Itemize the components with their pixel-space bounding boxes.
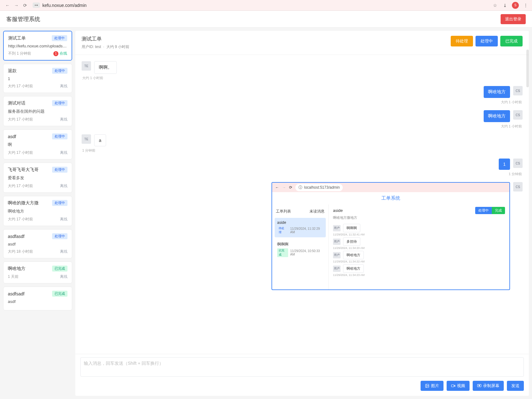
ticket-status-badge: 处理中 bbox=[52, 167, 67, 173]
message-bubble: 啊啊。 bbox=[94, 61, 117, 74]
ticket-title: 测试工单 bbox=[82, 36, 129, 42]
ticket-preview: 爱看多发 bbox=[8, 175, 67, 181]
image-icon bbox=[425, 384, 429, 388]
message-time: 大约 1 小时前 bbox=[82, 76, 523, 80]
embedded-message: 用户多担待 11/29/2024, 11:34:20 AM bbox=[333, 237, 505, 250]
message-input[interactable] bbox=[80, 357, 524, 377]
status-processing-button[interactable]: 处理中 bbox=[476, 36, 498, 46]
svg-point-1 bbox=[426, 385, 427, 386]
ticket-time: 大约 17 小时前 bbox=[8, 150, 33, 155]
ticket-card-title: 飞哥飞哥大飞哥 bbox=[8, 167, 39, 173]
ticket-card-title: 啊啥地方 bbox=[8, 266, 25, 272]
message-row: 啊啥地方CS bbox=[82, 86, 523, 98]
attach-video-button[interactable]: 视频 bbox=[447, 381, 470, 391]
ticket-status-badge: 已完成 bbox=[52, 266, 67, 272]
message-avatar: CS bbox=[513, 110, 523, 120]
reload-button[interactable]: ⟳ bbox=[21, 1, 30, 10]
message-avatar: CS bbox=[513, 182, 523, 191]
embedded-back-icon: ← bbox=[275, 185, 279, 190]
ticket-preview: 啊啥地方 bbox=[8, 208, 67, 214]
status-pending-button[interactable]: 待处理 bbox=[451, 36, 473, 46]
ticket-card-title: asdf bbox=[8, 134, 16, 139]
embedded-reload-icon: ⟳ bbox=[289, 185, 292, 190]
ticket-time: 1 天前 bbox=[8, 274, 19, 279]
ticket-status-badge: 处理中 bbox=[52, 35, 67, 41]
embedded-message: 用户啊啥地方 11/29/2024, 11:34:22 AM bbox=[333, 251, 505, 263]
presence-indicator: 离线 bbox=[60, 274, 67, 279]
ticket-preview: 服务器在国外的问题 bbox=[8, 109, 67, 114]
ticket-meta: 用户ID: test · 大约 9 小时前 bbox=[82, 44, 129, 50]
ticket-card[interactable]: asdf 处理中 啊 大约 17 小时前 离线 bbox=[3, 129, 72, 159]
ticket-status-badge: 处理中 bbox=[52, 100, 67, 106]
embedded-info-icon: ⓘ bbox=[298, 185, 302, 190]
ticket-status-badge: 已完成 bbox=[52, 291, 67, 297]
embedded-done-button: 完成 bbox=[492, 207, 505, 214]
ticket-preview: 啊 bbox=[8, 142, 67, 148]
app-header: 客服管理系统 退出登录 bbox=[0, 11, 532, 28]
ticket-preview: http://kefu.noxue.com/uploads/173... bbox=[8, 44, 67, 48]
bookmark-star-icon[interactable]: ☆ bbox=[492, 2, 498, 8]
message-bubble: 啊啥地方 bbox=[484, 86, 510, 98]
presence-indicator: 在线 bbox=[60, 51, 67, 56]
ticket-card[interactable]: 飞哥飞哥大飞哥 处理中 爱看多发 大约 17 小时前 离线 bbox=[3, 163, 72, 193]
svg-point-4 bbox=[479, 385, 480, 386]
ticket-card-title: 啊啥的撒大方撒 bbox=[8, 200, 39, 206]
site-info-icon[interactable]: ⊶ bbox=[33, 3, 40, 8]
unread-badge: 1 bbox=[53, 51, 58, 56]
embedded-system-title: 工单系统 bbox=[272, 192, 509, 204]
message-row: 啊啥地方CS bbox=[82, 110, 523, 122]
ticket-card[interactable]: asdfsadf 已完成 asdf bbox=[3, 287, 72, 310]
ticket-card-title: 测试对话 bbox=[8, 100, 25, 106]
message-bubble: 1 bbox=[499, 159, 510, 170]
browser-menu-icon[interactable]: ⋮ bbox=[523, 2, 529, 8]
embedded-processing-button: 处理中 bbox=[475, 207, 492, 214]
back-button[interactable]: ← bbox=[3, 1, 12, 10]
presence-indicator: 离线 bbox=[60, 184, 67, 188]
message-time: 1 分钟前 bbox=[82, 148, 523, 153]
ticket-time: 大约 18 小时前 bbox=[8, 249, 33, 254]
message-list: TE啊啊。大约 1 小时前啊啥地方CS大约 1 小时前啊啥地方CS大约 1 小时… bbox=[75, 55, 529, 354]
message-row: 1CS bbox=[82, 159, 523, 170]
ticket-time: 大约 17 小时前 bbox=[8, 183, 33, 189]
address-bar[interactable]: kefu.noxue.com/admin bbox=[42, 3, 87, 8]
message-row: TEa bbox=[82, 134, 523, 146]
embedded-message: 用户啊啊啊 11/29/2024, 11:32:41 AM bbox=[333, 224, 505, 236]
embedded-url: localhost:5173/admin bbox=[304, 185, 340, 190]
ticket-card[interactable]: 测试工单 处理中 http://kefu.noxue.com/uploads/1… bbox=[3, 31, 72, 61]
record-screen-button[interactable]: 录制屏幕 bbox=[473, 381, 504, 391]
ticket-preview: asdf bbox=[8, 299, 67, 304]
logout-button[interactable]: 退出登录 bbox=[501, 14, 526, 24]
profile-avatar[interactable]: S bbox=[512, 2, 519, 9]
presence-indicator: 离线 bbox=[60, 217, 67, 221]
send-button[interactable]: 发送 bbox=[507, 381, 524, 391]
ticket-card[interactable]: 啊啥的撒大方撒 处理中 啊啥地方 大约 17 小时前 离线 bbox=[3, 196, 72, 226]
status-done-button[interactable]: 已完成 bbox=[500, 36, 523, 46]
download-icon[interactable]: ⤓ bbox=[502, 2, 508, 8]
embedded-screenshot: ← → ⟳ ⓘlocalhost:5173/admin 工单系统 工单列表未读消… bbox=[271, 182, 510, 290]
embedded-detail-title: aside bbox=[333, 208, 343, 213]
browser-chrome: ← → ⟳ ⊶ kefu.noxue.com/admin ☆ ⤓ S ⋮ bbox=[0, 0, 532, 11]
ticket-detail-panel: 测试工单 用户ID: test · 大约 9 小时前 待处理 处理中 已完成 T… bbox=[75, 31, 529, 396]
ticket-card-title: 退款 bbox=[8, 68, 17, 74]
message-time: 大约 1 小时前 bbox=[82, 100, 523, 105]
embedded-left-header: 工单列表 bbox=[276, 209, 291, 214]
attach-image-button[interactable]: 图片 bbox=[421, 381, 443, 391]
presence-indicator: 离线 bbox=[60, 249, 67, 254]
ticket-card[interactable]: asdfasdf 处理中 asdf 大约 18 小时前 离线 bbox=[3, 229, 72, 258]
ticket-status-badge: 处理中 bbox=[52, 233, 67, 239]
video-icon bbox=[451, 384, 455, 388]
message-composer: 图片 视频 录制屏幕 发送 bbox=[75, 354, 529, 396]
ticket-card[interactable]: 测试对话 处理中 服务器在国外的问题 大约 17 小时前 离线 bbox=[3, 96, 72, 126]
ticket-list-sidebar: 测试工单 处理中 http://kefu.noxue.com/uploads/1… bbox=[0, 28, 75, 399]
ticket-card[interactable]: 退款 处理中 1 大约 17 小时前 离线 bbox=[3, 64, 72, 93]
forward-button[interactable]: → bbox=[12, 1, 21, 10]
ticket-status-badge: 处理中 bbox=[52, 133, 67, 139]
embedded-message: 用户啊啥地方 11/29/2024, 11:34:23 AM bbox=[333, 264, 505, 277]
embedded-unread-header: 未读消息 bbox=[309, 209, 325, 214]
message-time: 1 分钟前 bbox=[82, 172, 523, 176]
message-time: 大约 1 小时前 bbox=[82, 124, 523, 129]
app-title: 客服管理系统 bbox=[6, 15, 40, 23]
ticket-status-badge: 处理中 bbox=[52, 200, 67, 206]
ticket-card[interactable]: 啊啥地方 已完成 1 天前 离线 bbox=[3, 262, 72, 283]
embedded-ticket-item: aside 待处理11/29/2024, 11:32:29 AM bbox=[275, 218, 326, 237]
